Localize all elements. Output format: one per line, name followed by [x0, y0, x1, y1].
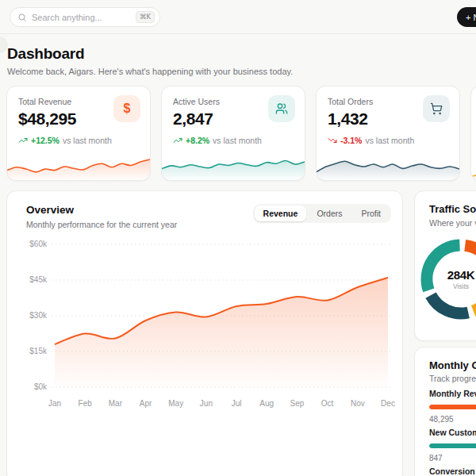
traffic-title: Traffic Sources	[429, 203, 476, 215]
overview-card: Overview Monthly performance for the cur…	[6, 190, 403, 476]
goal-progress-fill	[429, 443, 476, 448]
svg-text:Feb: Feb	[79, 399, 93, 408]
search-input[interactable]: Search anything... ⌘K	[10, 7, 160, 27]
stat-card-active-users: Active Users 2,847 +8.2% vs last month	[161, 86, 305, 181]
goal-conversion-rate: Conversion Rate 3.2%	[429, 466, 476, 476]
goal-new-customers: New Customers 847	[429, 428, 476, 461]
goal-progress-track	[429, 443, 476, 448]
stat-label: Active Users	[173, 97, 220, 106]
svg-text:Dec: Dec	[381, 399, 395, 408]
svg-text:Apr: Apr	[140, 399, 152, 408]
goal-value: 847	[429, 454, 476, 463]
stat-card-total-revenue: Total Revenue $ $48,295 +12.5% vs last m…	[6, 86, 151, 181]
keyboard-shortcut-badge: ⌘K	[136, 11, 155, 23]
sparkline-chart	[162, 144, 305, 180]
stat-label: Total Revenue	[18, 97, 71, 106]
goal-monthly-revenue: Monthly Revenue 48,295	[429, 389, 476, 422]
traffic-sources-card: Traffic Sources Where your visitors come…	[414, 190, 476, 341]
traffic-subtitle: Where your visitors come from	[429, 218, 476, 228]
overview-subtitle: Monthly performance for the current year	[26, 220, 177, 229]
svg-text:$60k: $60k	[29, 240, 48, 248]
revenue-area-chart: $0k$15k$30k$45k$60kJanFebMarAprMayJunJul…	[17, 236, 397, 418]
svg-text:Oct: Oct	[321, 399, 334, 408]
svg-text:$0k: $0k	[34, 382, 48, 391]
goal-progress-track	[429, 405, 476, 409]
svg-text:$30k: $30k	[29, 311, 48, 320]
stat-label: Total Orders	[328, 97, 373, 106]
svg-text:Sep: Sep	[290, 399, 305, 408]
overview-title: Overview	[26, 204, 74, 216]
svg-text:Jan: Jan	[48, 399, 61, 408]
goal-label: New Customers	[429, 428, 476, 437]
svg-text:Mar: Mar	[109, 399, 123, 408]
goal-label: Monthly Revenue	[429, 389, 476, 398]
topbar: Search anything... ⌘K + New	[0, 0, 476, 34]
cart-icon	[423, 95, 450, 122]
svg-text:$45k: $45k	[29, 275, 48, 284]
users-icon	[268, 95, 295, 122]
svg-text:Jun: Jun	[200, 399, 213, 408]
traffic-donut-chart	[415, 233, 476, 325]
goal-progress-fill	[429, 405, 476, 409]
stat-value: 2,847	[173, 109, 213, 129]
goals-title: Monthly Goals	[429, 359, 476, 371]
tab-orders[interactable]: Orders	[308, 205, 351, 221]
new-button[interactable]: + New	[457, 7, 476, 27]
sparkline-chart	[471, 144, 476, 180]
goal-value: 48,295	[429, 415, 476, 424]
stat-card-total-orders: Total Orders 1,432 -3.1% vs last month	[316, 86, 460, 181]
svg-text:$15k: $15k	[29, 347, 48, 355]
search-placeholder: Search anything...	[32, 13, 136, 22]
svg-text:Jul: Jul	[232, 399, 242, 408]
goal-label: Conversion Rate	[429, 466, 476, 476]
sparkline-chart	[7, 144, 150, 180]
goals-subtitle: Track progress towards your targets	[429, 374, 476, 383]
dollar-icon: $	[113, 95, 140, 122]
stat-value: $48,295	[18, 109, 76, 129]
tab-revenue[interactable]: Revenue	[255, 205, 307, 221]
svg-text:May: May	[168, 399, 183, 408]
page-title: Dashboard	[7, 45, 84, 63]
tab-profit[interactable]: Profit	[352, 205, 390, 221]
svg-text:Aug: Aug	[259, 399, 274, 408]
sparkline-chart	[317, 144, 459, 180]
overview-tab-group: Revenue Orders Profit	[253, 204, 391, 223]
page-subtitle: Welcome back, Aigars. Here's what's happ…	[7, 67, 293, 76]
stat-card-profit: Profit 2,156 +4.3% vs last month	[470, 86, 476, 181]
svg-text:Nov: Nov	[351, 399, 365, 408]
monthly-goals-card: Monthly Goals Track progress towards you…	[414, 347, 476, 476]
search-icon	[17, 13, 27, 22]
stat-value: 1,432	[328, 109, 368, 129]
